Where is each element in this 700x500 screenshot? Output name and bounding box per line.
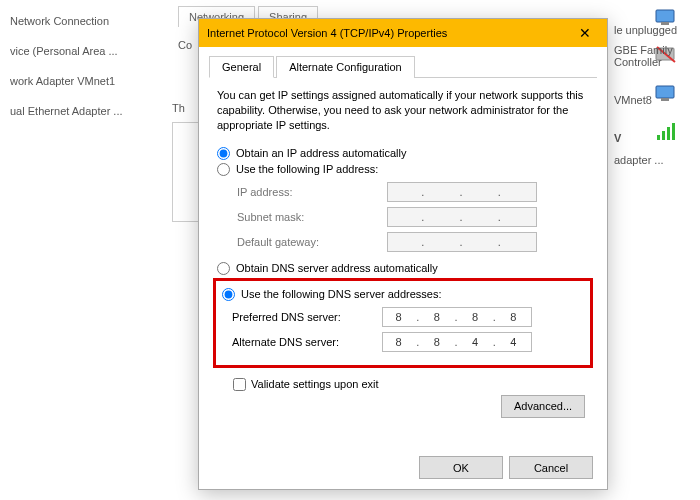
bg-item: ual Ethernet Adapter ...	[8, 96, 168, 126]
octet[interactable]: 8	[421, 336, 454, 348]
svg-rect-0	[656, 10, 674, 22]
bg-text: GBE Family Controller	[614, 44, 700, 68]
advanced-button[interactable]: Advanced...	[501, 395, 585, 418]
bg-right-labels: le unplugged GBE Family Controller VMnet…	[614, 24, 700, 192]
cancel-button[interactable]: Cancel	[509, 456, 593, 479]
alternate-dns-input[interactable]: 8. 8. 4. 4	[382, 332, 532, 352]
titlebar: Internet Protocol Version 4 (TCP/IPv4) P…	[199, 19, 607, 47]
ip-group: Obtain an IP address automatically Use t…	[217, 147, 589, 252]
dns-group: Obtain DNS server address automatically …	[217, 262, 589, 368]
octet[interactable]: 4	[498, 336, 531, 348]
preferred-dns-input[interactable]: 8. 8. 8. 8	[382, 307, 532, 327]
radio-ip-auto-label: Obtain an IP address automatically	[236, 147, 406, 159]
dialog-title: Internet Protocol Version 4 (TCP/IPv4) P…	[207, 27, 571, 39]
radio-ip-manual[interactable]	[217, 163, 230, 176]
bg-item: work Adapter VMnet1	[8, 66, 168, 96]
octet[interactable]: 8	[383, 336, 416, 348]
bg-header: Network Connection	[8, 6, 168, 36]
octet[interactable]: 8	[498, 311, 531, 323]
dialog-body: You can get IP settings assigned automat…	[199, 78, 607, 426]
validate-checkbox[interactable]	[233, 378, 246, 391]
ok-button[interactable]: OK	[419, 456, 503, 479]
octet[interactable]: 4	[460, 336, 493, 348]
tab-alternate-configuration[interactable]: Alternate Configuration	[276, 56, 415, 78]
radio-dns-manual-label: Use the following DNS server addresses:	[241, 288, 442, 300]
octet[interactable]: 8	[421, 311, 454, 323]
subnet-mask-input: ...	[387, 207, 537, 227]
ipv4-properties-dialog: Internet Protocol Version 4 (TCP/IPv4) P…	[198, 18, 608, 490]
ip-address-label: IP address:	[237, 186, 387, 198]
radio-ip-auto[interactable]	[217, 147, 230, 160]
subnet-mask-label: Subnet mask:	[237, 211, 387, 223]
radio-dns-manual[interactable]	[222, 288, 235, 301]
octet[interactable]: 8	[460, 311, 493, 323]
default-gateway-input: ...	[387, 232, 537, 252]
ip-address-input: ...	[387, 182, 537, 202]
bg-text: VMnet8	[614, 94, 700, 106]
close-button[interactable]: ✕	[571, 25, 599, 41]
bg-item: vice (Personal Area ...	[8, 36, 168, 66]
validate-label: Validate settings upon exit	[251, 378, 379, 390]
bg-text: le unplugged	[614, 24, 700, 36]
tab-general[interactable]: General	[209, 56, 274, 78]
radio-dns-auto-label: Obtain DNS server address automatically	[236, 262, 438, 274]
alternate-dns-label: Alternate DNS server:	[232, 336, 382, 348]
radio-ip-manual-label: Use the following IP address:	[236, 163, 378, 175]
radio-dns-auto[interactable]	[217, 262, 230, 275]
dialog-footer: OK Cancel	[419, 456, 593, 479]
octet[interactable]: 8	[383, 311, 416, 323]
bg-text: V	[614, 132, 700, 144]
tabstrip: General Alternate Configuration	[209, 55, 597, 78]
preferred-dns-label: Preferred DNS server:	[232, 311, 382, 323]
intro-text: You can get IP settings assigned automat…	[217, 88, 589, 133]
dns-highlight-box: Use the following DNS server addresses: …	[213, 278, 593, 368]
bg-text: adapter ...	[614, 154, 700, 166]
default-gateway-label: Default gateway:	[237, 236, 387, 248]
